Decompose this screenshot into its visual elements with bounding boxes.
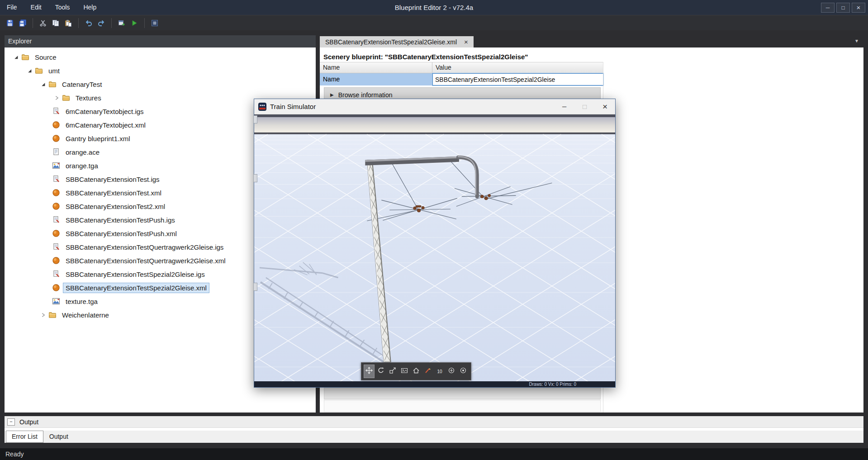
- collapse-output-button[interactable]: −: [7, 418, 15, 426]
- scale-tool-button[interactable]: [387, 365, 398, 378]
- blueprint-heading: Scenery blueprint: "SBBCatenaryExtension…: [323, 53, 528, 61]
- tree-item-label: SBBCatenaryExtensionTestPush.igs: [63, 215, 178, 225]
- ace-icon: [52, 148, 61, 156]
- tree-item-label: orange.tga: [63, 161, 101, 171]
- tree-item-label: SBBCatenaryExtensionTestQuertragwerk2Gle…: [63, 242, 226, 252]
- xml-icon: [52, 135, 61, 142]
- train-simulator-controls: ─□×: [554, 99, 615, 114]
- paste-button[interactable]: [62, 17, 75, 29]
- lod-label: 10: [437, 369, 442, 374]
- folder-icon: [34, 67, 43, 74]
- menu-help[interactable]: Help: [76, 0, 103, 15]
- output-header[interactable]: − Output: [5, 416, 863, 428]
- tree-item-label: SBBCatenaryExtensionTestSpezial2Gleise.i…: [63, 269, 208, 280]
- titlebar[interactable]: FileEditToolsHelp Blueprint Editor 2 - v…: [0, 0, 868, 15]
- minimize-button[interactable]: ─: [821, 3, 835, 13]
- close-button[interactable]: ×: [852, 3, 865, 13]
- train-simulator-app-icon: [258, 103, 266, 111]
- add-tool-button[interactable]: [446, 365, 457, 378]
- save-all-button[interactable]: [16, 17, 29, 29]
- xml-icon: [52, 257, 61, 264]
- tree-item-label: SBBCatenaryExtensionTest2.xml: [63, 201, 168, 212]
- property-name-cell[interactable]: Name: [320, 73, 432, 85]
- menu-tools[interactable]: Tools: [48, 0, 77, 15]
- menu-edit[interactable]: Edit: [24, 0, 48, 15]
- tga-icon: [52, 162, 61, 169]
- collapse-caret-icon[interactable]: [38, 82, 48, 87]
- section-label: Browse information: [338, 91, 393, 99]
- property-grid-continuation: [324, 388, 601, 399]
- output-tabs: Error ListOutput: [5, 431, 863, 443]
- xml-icon: [52, 189, 61, 196]
- blueprint-editor-window: FileEditToolsHelp Blueprint Editor 2 - v…: [0, 0, 868, 460]
- toolbar-separator: [33, 18, 33, 28]
- preview-3d-viewport[interactable]: 10 Draws: 0 Vx: 0 Prims: 0: [254, 114, 615, 387]
- tree-item-umt[interactable]: umt: [5, 64, 316, 77]
- lod-tool-button[interactable]: 10: [434, 365, 445, 378]
- tree-item-label: umt: [46, 66, 62, 76]
- menubar: FileEditToolsHelp: [0, 0, 103, 15]
- undo-button[interactable]: [82, 17, 95, 29]
- export-button[interactable]: [115, 17, 128, 29]
- tree-item-catenarytest[interactable]: CatenaryTest: [5, 77, 316, 91]
- wire-tool-button[interactable]: [422, 365, 433, 378]
- window-controls: ─□×: [821, 3, 868, 13]
- target-icon: [460, 367, 467, 376]
- preview-minimize-button[interactable]: ─: [554, 99, 574, 114]
- preview-icon: [151, 19, 158, 27]
- tab-output[interactable]: Output: [43, 431, 74, 443]
- splitter-grip[interactable]: [253, 115, 257, 123]
- train-simulator-window[interactable]: Train Simulator ─□×: [254, 99, 616, 388]
- train-simulator-title: Train Simulator: [270, 103, 316, 110]
- toolbar-separator: [111, 18, 112, 28]
- run-icon: [131, 19, 138, 27]
- snapshot-tool-button[interactable]: [399, 365, 410, 378]
- toolbar-separator: [78, 18, 79, 28]
- home-tool-button[interactable]: [411, 365, 422, 378]
- tab-list-caret-icon[interactable]: ▼: [854, 38, 859, 43]
- collapse-caret-icon[interactable]: [11, 55, 21, 60]
- splitter-grip[interactable]: [253, 283, 257, 291]
- preview-toolbar: 10: [361, 362, 471, 380]
- save-button[interactable]: [4, 17, 16, 29]
- copy-button[interactable]: [49, 17, 62, 29]
- expand-caret-icon[interactable]: [52, 95, 62, 100]
- target-tool-button[interactable]: [458, 365, 469, 378]
- add-icon: [448, 367, 455, 376]
- main-toolbar: [0, 15, 868, 30]
- name-value-input[interactable]: [432, 73, 603, 85]
- preview-button[interactable]: [148, 17, 161, 29]
- tree-item-label: orange.ace: [63, 147, 102, 157]
- preview-maximize-button[interactable]: □: [574, 99, 595, 114]
- rotate-icon: [377, 367, 384, 376]
- status-bar: Ready: [0, 448, 868, 460]
- train-simulator-titlebar[interactable]: Train Simulator ─□×: [254, 99, 615, 114]
- explorer-header[interactable]: Explorer: [5, 35, 316, 47]
- property-value-cell: [432, 73, 603, 85]
- expand-caret-icon[interactable]: [38, 313, 48, 318]
- run-button[interactable]: [128, 17, 141, 29]
- xml-icon: [52, 230, 61, 237]
- tab-sbbcatenaryextensionteStspezial2gleise-xml[interactable]: SBBCatenaryExtensionTestSpezial2Gleise.x…: [320, 36, 474, 47]
- tga-icon: [52, 298, 61, 305]
- preview-close-button[interactable]: ×: [595, 99, 615, 114]
- tab-error-list[interactable]: Error List: [6, 431, 43, 443]
- menu-file[interactable]: File: [0, 0, 24, 15]
- splitter-grip[interactable]: [253, 174, 257, 182]
- cut-button[interactable]: [37, 17, 49, 29]
- grid-column-name[interactable]: Name: [320, 62, 432, 73]
- grid-column-value[interactable]: Value: [432, 62, 603, 73]
- tree-item-label: SBBCatenaryExtensionTestSpezial2Gleise.x…: [63, 283, 209, 293]
- tab-close-icon[interactable]: ×: [464, 38, 468, 45]
- redo-button[interactable]: [95, 17, 108, 29]
- rotate-tool-button[interactable]: [375, 365, 386, 378]
- output-panel: − Output Error ListOutput: [5, 416, 863, 443]
- paste-icon: [65, 19, 72, 27]
- status-text: Ready: [5, 451, 24, 458]
- tree-item-source[interactable]: Source: [5, 50, 316, 64]
- collapse-caret-icon[interactable]: [24, 68, 34, 73]
- maximize-button[interactable]: □: [836, 3, 850, 13]
- move-tool-button[interactable]: [364, 365, 375, 378]
- property-grid-row: Name: [320, 73, 603, 85]
- tree-item-label: Textures: [73, 93, 104, 103]
